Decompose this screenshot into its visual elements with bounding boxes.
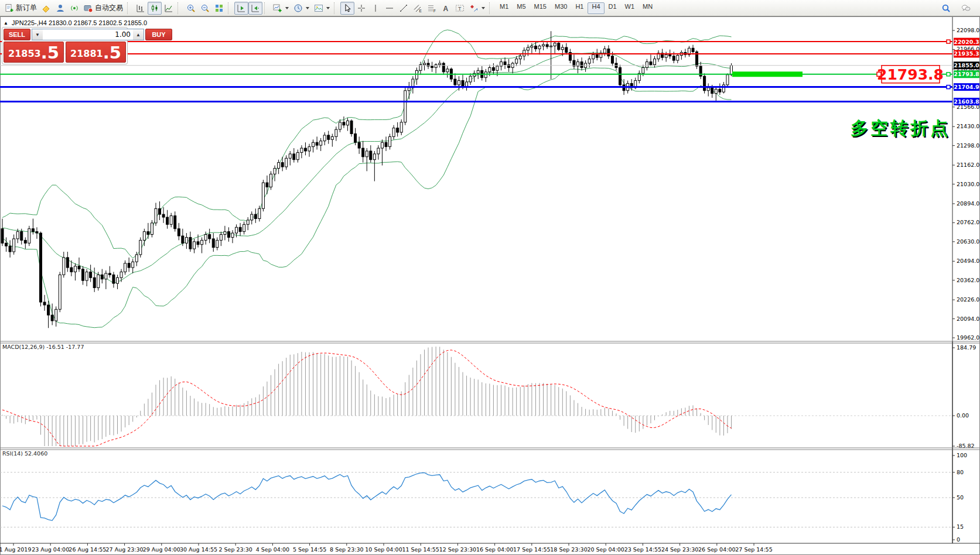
toolbar-separator	[177, 2, 182, 14]
timeframe-m15-button[interactable]: M15	[530, 2, 551, 14]
toolbar-new-chart-button[interactable]	[271, 2, 291, 15]
auto-scroll-icon	[251, 4, 260, 13]
chart-canvas[interactable]: 22098.021966.021830.021698.021566.021430…	[0, 16, 980, 555]
svg-text:0: 0	[957, 536, 960, 543]
toolbar-signals-button[interactable]	[67, 2, 81, 15]
autotrading-icon	[84, 4, 93, 13]
text-label-icon: T	[455, 4, 465, 13]
sell-price-main: 21853	[8, 46, 41, 61]
svg-text:21935.3: 21935.3	[954, 50, 979, 57]
chevron-down-icon	[326, 7, 330, 9]
toolbar-search-button[interactable]	[939, 2, 953, 15]
toolbar-text-button[interactable]: A	[439, 2, 453, 15]
toolbar-arrows-button[interactable]	[467, 2, 487, 15]
toolbar-bar-chart-button[interactable]	[134, 2, 148, 15]
toolbar-templates-button[interactable]	[312, 2, 332, 15]
zoom-out-icon	[200, 4, 210, 13]
timeframe-m5-button[interactable]: M5	[513, 2, 530, 14]
buy-price-fraction: .5	[103, 44, 121, 61]
timeframe-mn-button[interactable]: MN	[638, 2, 657, 14]
svg-text:29 Aug 04:00: 29 Aug 04:00	[143, 546, 180, 553]
toolbar-chart-shift-button[interactable]	[234, 2, 248, 15]
toolbar-periods-button[interactable]	[291, 2, 312, 15]
chevron-down-icon	[285, 7, 289, 9]
tile-windows-icon	[214, 4, 224, 13]
timeframe-w1-button[interactable]: W1	[621, 2, 639, 14]
toolbar-crosshair-button[interactable]	[354, 2, 368, 15]
toolbar-fibonacci-button[interactable]: F	[425, 2, 439, 15]
svg-text:21162.0: 21162.0	[957, 162, 979, 168]
svg-text:50: 50	[957, 494, 964, 501]
chart-window: 22098.021966.021830.021698.021566.021430…	[0, 16, 980, 555]
svg-text:100: 100	[957, 452, 967, 458]
toolbar-group: EFAT	[340, 1, 487, 15]
toolbar-vertical-line-button[interactable]	[368, 2, 383, 15]
volume-increase-button[interactable]: ▲	[133, 29, 144, 40]
toolbar-zoom-out-button[interactable]	[198, 2, 212, 15]
signals-icon	[70, 4, 79, 13]
toolbar-separator	[489, 2, 493, 14]
toolbar-group	[134, 1, 176, 15]
vertical-line-icon	[371, 4, 380, 13]
toolbar-new-order-button[interactable]: 新订单	[2, 2, 39, 15]
toolbar-horizontal-line-button[interactable]	[383, 2, 397, 15]
crosshair-icon	[357, 4, 366, 13]
toolbar-layouts-button[interactable]	[39, 2, 53, 15]
toolbar-channel-button[interactable]: E	[411, 2, 425, 15]
svg-text:22020.3: 22020.3	[954, 39, 979, 45]
svg-text:21855.0: 21855.0	[954, 62, 979, 68]
toolbar-auto-scroll-button[interactable]	[248, 2, 262, 15]
volume-input[interactable]	[43, 29, 133, 40]
buy-button[interactable]: BUY	[145, 29, 172, 40]
svg-text:10 Sep 04:00: 10 Sep 04:00	[365, 546, 402, 553]
profile-icon	[56, 4, 65, 13]
timeframe-m1-button[interactable]: M1	[496, 2, 513, 14]
svg-text:19962.0: 19962.0	[957, 334, 979, 341]
bar-chart-icon	[136, 4, 145, 13]
timeframe-m30-button[interactable]: M30	[551, 2, 571, 14]
toolbar-autotrading-button[interactable]: 自动交易	[81, 2, 125, 15]
price-callout: 21793.8	[877, 66, 944, 83]
buy-price-button[interactable]: 21881.5	[66, 42, 126, 63]
templates-icon	[314, 4, 323, 13]
new-order-icon	[5, 4, 14, 13]
toolbar-trendline-button[interactable]	[397, 2, 411, 15]
svg-text:8 Sep 23:30: 8 Sep 23:30	[330, 546, 363, 553]
svg-text:20094.0: 20094.0	[957, 316, 979, 322]
toolbar-group	[234, 1, 262, 15]
sell-button[interactable]: SELL	[4, 29, 30, 40]
svg-text:5 Sep 14:55: 5 Sep 14:55	[293, 546, 326, 553]
channel-icon: E	[413, 4, 422, 13]
toolbar-zoom-in-button[interactable]	[184, 2, 198, 15]
svg-text:16 Sep 04:00: 16 Sep 04:00	[476, 546, 513, 553]
volume-decrease-button[interactable]: ▼	[32, 29, 43, 40]
sell-price-fraction: .5	[41, 44, 59, 61]
toolbar-chat-button[interactable]	[959, 2, 973, 15]
svg-text:21 Aug 2019: 21 Aug 2019	[0, 546, 31, 553]
periods-icon	[293, 4, 303, 13]
svg-text:80: 80	[957, 469, 964, 475]
toolbar-group	[271, 1, 332, 15]
toolbar-cursor-button[interactable]	[340, 2, 354, 15]
collapse-icon[interactable]: ▲	[4, 20, 8, 26]
text-icon: A	[441, 4, 450, 13]
toolbar-line-chart-button[interactable]	[162, 2, 176, 15]
svg-text:21603.8: 21603.8	[954, 98, 979, 105]
svg-text:21704.9: 21704.9	[954, 84, 979, 90]
timeframe-h4-button[interactable]: H4	[588, 2, 604, 14]
svg-text:T: T	[458, 5, 462, 11]
chart-shift-icon	[237, 4, 246, 13]
sell-price-button[interactable]: 21853.5	[4, 42, 64, 63]
toolbar-profile-button[interactable]	[53, 2, 67, 15]
line-chart-icon	[164, 4, 173, 13]
toolbar-separator	[334, 2, 338, 14]
toolbar-candlestick-button[interactable]	[148, 2, 162, 15]
timeframe-h1-button[interactable]: H1	[571, 2, 588, 14]
svg-text:17 Sep 14:55: 17 Sep 14:55	[513, 546, 550, 553]
svg-text:21793.8: 21793.8	[954, 71, 979, 77]
timeframe-d1-button[interactable]: D1	[605, 2, 621, 14]
svg-text:20894.0: 20894.0	[957, 200, 979, 207]
toolbar-tile-windows-button[interactable]	[212, 2, 226, 15]
zoom-in-icon	[186, 4, 196, 13]
toolbar-text-label-button[interactable]: T	[453, 2, 467, 15]
